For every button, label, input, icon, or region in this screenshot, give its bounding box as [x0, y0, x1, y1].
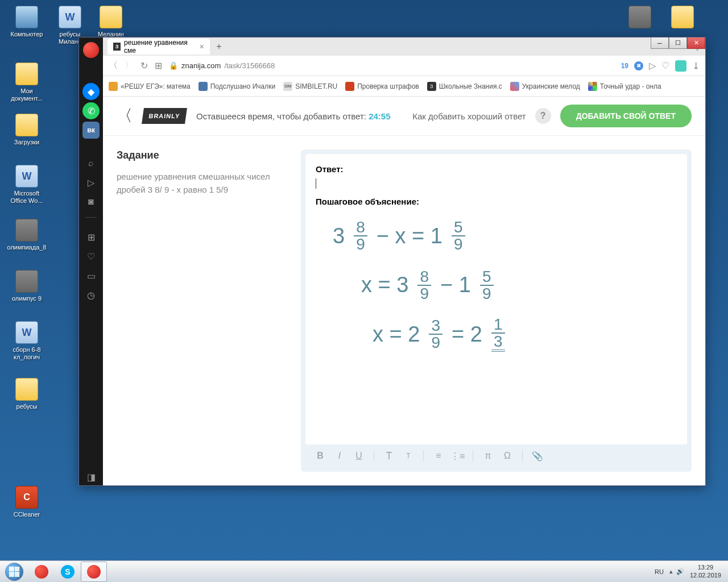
opera-sidebar: ◆ ✆ вк ⌕ ▷ ◙ ⊞ ♡ ▭ ◷ ◨ — [79, 38, 103, 485]
pi-button[interactable]: π — [480, 448, 496, 464]
browser-window: ─ ☐ ✕ ◆ ✆ вк ⌕ ▷ ◙ ⊞ ♡ ▭ ◷ ◨ З решение у… — [78, 37, 706, 486]
maximize-button[interactable]: ☐ — [669, 38, 687, 49]
text-cursor — [316, 178, 317, 189]
how-to-link[interactable]: Как добавить хороший ответ — [412, 111, 526, 121]
desktop-icon-top2[interactable] — [663, 6, 702, 31]
bookmarks-bar: «РЕШУ ЕГЭ»: матема Подслушано Ичалки SIM… — [103, 76, 705, 97]
italic-button[interactable]: I — [332, 448, 348, 464]
desktop-icon-downloads[interactable]: Загрузки — [7, 114, 47, 146]
download-icon[interactable]: ⤓ — [692, 60, 700, 71]
task-column: Задание решение уравнения смешанных чисе… — [117, 149, 287, 472]
bookmark-item[interactable]: Украинские мелод — [510, 82, 580, 91]
tray-chevron-icon[interactable]: ▴ — [669, 568, 673, 575]
close-button[interactable]: ✕ — [687, 38, 705, 49]
page-header: 〈 BRAINLY Оставшееся время, чтобы добави… — [103, 97, 705, 136]
search-icon[interactable]: ⌕ — [82, 155, 100, 172]
whatsapp-icon[interactable]: ✆ — [82, 102, 100, 119]
tab-favicon: З — [113, 43, 121, 51]
text-small-button[interactable]: T — [400, 448, 416, 464]
add-answer-button[interactable]: ДОБАВИТЬ СВОЙ ОТВЕТ — [560, 105, 692, 127]
desktop-icon-mydocs[interactable]: Мои документ... — [7, 63, 47, 102]
minimize-button[interactable]: ─ — [651, 38, 669, 49]
bookmark-item[interactable]: Точный удар - онла — [588, 82, 661, 91]
desktop-icon-sborn[interactable]: Wсборн 6-8 кл_логич — [7, 321, 47, 361]
steps-label: Пошаговое объяснение: — [316, 197, 677, 206]
sidebar-collapse-icon[interactable]: ◨ — [82, 468, 100, 485]
start-button[interactable] — [0, 561, 28, 583]
opera-logo[interactable] — [83, 42, 99, 58]
tab-close-icon[interactable]: × — [200, 42, 204, 51]
camera-icon[interactable]: ◙ — [82, 193, 100, 210]
handwriting-content: 3 89 − x = 1 59 x = 3 89 − 1 59 — [316, 213, 677, 367]
bookmark-item[interactable]: Подслушано Ичалки — [198, 82, 275, 91]
forward-button[interactable]: 〉 — [125, 60, 134, 72]
answer-label: Ответ: — [316, 164, 677, 174]
heart-icon[interactable]: ♡ — [82, 248, 100, 265]
bold-button[interactable]: B — [312, 448, 328, 464]
history-icon[interactable]: ◷ — [82, 286, 100, 304]
blocked-count: 19 — [621, 62, 628, 70]
taskbar-opera-active[interactable] — [81, 562, 107, 582]
tab-bar: З решение уравнения сме × + ▽ — [103, 38, 705, 56]
list-unordered-button[interactable]: ⋮≡ — [450, 448, 466, 464]
lock-icon: 🔒 — [169, 61, 178, 70]
bookmark-item[interactable]: Проверка штрафов — [345, 82, 419, 91]
task-text: решение уравнения смешанных чисел дробей… — [117, 171, 287, 196]
vpn-icon[interactable]: ▷ — [649, 60, 656, 71]
attach-button[interactable]: 📎 — [530, 448, 545, 464]
taskbar-skype[interactable]: S — [55, 562, 81, 582]
desktop-icon-top1[interactable] — [620, 6, 660, 31]
desktop-icon-computer[interactable]: Компьютер — [7, 6, 47, 38]
url-field[interactable]: 🔒 znanija.com/task/31566668 — [169, 61, 614, 70]
taskbar: S RU ▴ 🔊 13:29 12.02.2019 — [0, 560, 728, 582]
tray-volume-icon[interactable]: 🔊 — [676, 568, 684, 575]
task-heading: Задание — [117, 149, 287, 161]
bookmark-icon[interactable]: ♡ — [661, 60, 669, 71]
bookmark-item[interactable]: «РЕШУ ЕГЭ»: матема — [109, 82, 191, 91]
timer-value: 24:55 — [369, 111, 390, 121]
tray-clock[interactable]: 13:29 12.02.2019 — [690, 564, 721, 579]
reload-button[interactable]: ↻ — [140, 60, 148, 71]
omega-button[interactable]: Ω — [499, 448, 515, 464]
brainly-logo[interactable]: BRAINLY — [142, 108, 187, 124]
block-badge-icon[interactable]: ✖ — [634, 61, 643, 70]
lang-indicator[interactable]: RU — [655, 568, 664, 575]
timer-block: Оставшееся время, чтобы добавить ответ: … — [196, 111, 391, 121]
browser-main: З решение уравнения сме × + ▽ 〈 〉 ↻ ⊞ 🔒 … — [103, 38, 705, 485]
back-button[interactable]: 〈 — [109, 60, 118, 72]
answer-editor[interactable]: Ответ: Пошаговое объяснение: 3 89 − x = … — [305, 154, 687, 444]
page-back-button[interactable]: 〈 — [117, 105, 133, 127]
apps-button[interactable]: ⊞ — [155, 60, 162, 71]
underline-button[interactable]: U — [351, 448, 367, 464]
bookmark-item[interactable]: SIMSIMBILET.RU — [283, 82, 337, 91]
extension-icon[interactable] — [675, 60, 686, 72]
browser-tab[interactable]: З решение уравнения сме × — [107, 39, 210, 55]
desktop-icon-olimp8[interactable]: олимпиада_8 — [7, 219, 47, 251]
bookmark-item[interactable]: ЗШкольные Знания.c — [427, 82, 502, 91]
desktop-icon-melanin[interactable]: Меланин — [91, 6, 131, 38]
desktop-icon-ccleaner[interactable]: CCCleaner — [7, 486, 47, 518]
desktop-icon-olimpus9[interactable]: олимпус 9 — [7, 270, 47, 302]
new-tab-button[interactable]: + — [212, 40, 226, 53]
send-icon[interactable]: ▷ — [82, 174, 100, 191]
answer-column: Ответ: Пошаговое объяснение: 3 89 − x = … — [301, 149, 692, 472]
news-icon[interactable]: ▭ — [82, 267, 100, 284]
speed-dial-icon[interactable]: ⊞ — [82, 228, 100, 246]
text-large-button[interactable]: T — [381, 448, 397, 464]
editor-toolbar: B I U T T ≡ ⋮≡ π Ω 📎 — [305, 444, 687, 467]
tab-title: решение уравнения сме — [124, 39, 196, 55]
desktop-icon-rebus[interactable]: ребусы — [7, 378, 47, 410]
help-icon[interactable]: ? — [535, 108, 551, 124]
vk-icon[interactable]: вк — [82, 122, 100, 139]
address-bar: 〈 〉 ↻ ⊞ 🔒 znanija.com/task/31566668 19 ✖… — [103, 56, 705, 76]
system-tray: RU ▴ 🔊 13:29 12.02.2019 — [648, 564, 728, 579]
taskbar-opera[interactable] — [28, 562, 55, 582]
desktop-icon-word[interactable]: WMicrosoft Office Wo... — [7, 165, 47, 205]
list-ordered-button[interactable]: ≡ — [431, 448, 446, 464]
messenger-icon[interactable]: ◆ — [82, 83, 100, 100]
page-content: 〈 BRAINLY Оставшееся время, чтобы добави… — [103, 97, 705, 485]
page-body: Задание решение уравнения смешанных чисе… — [103, 136, 705, 485]
